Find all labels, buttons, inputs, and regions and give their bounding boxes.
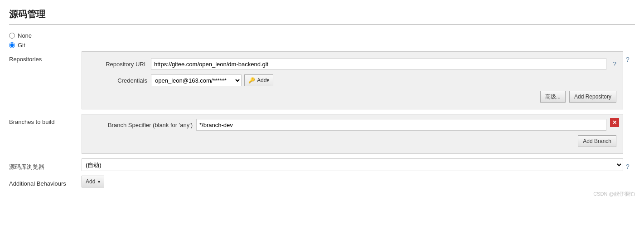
behaviours-section: Additional Behaviours Add ▾ (9, 176, 635, 187)
chevron-down-icon: ▾ (98, 179, 100, 184)
repo-url-label: Repository URL (88, 61, 147, 68)
add-behaviours-label: Add (86, 178, 95, 185)
browser-section: 源码库浏览器 (自动) ? (9, 158, 635, 171)
branches-label: Branches to build (9, 114, 82, 125)
browser-label: 源码库浏览器 (9, 158, 82, 171)
add-repository-button[interactable]: Add Repository (569, 91, 616, 103)
radio-none-input[interactable] (9, 33, 15, 39)
repositories-content: Repository URL ? Credentials open_leon@1… (82, 51, 623, 109)
scm-radio-group: None Git (9, 32, 635, 49)
branch-specifier-row: Branch Specifier (blank for 'any') ? (88, 119, 616, 131)
credentials-label: Credentials (88, 77, 147, 84)
behaviours-content: Add ▾ (82, 176, 623, 187)
repo-url-input[interactable] (151, 58, 606, 70)
branch-specifier-label: Branch Specifier (blank for 'any') (88, 122, 193, 128)
add-behaviours-button[interactable]: Add ▾ (82, 176, 104, 187)
credentials-add-label: Add▾ (257, 77, 269, 84)
repositories-help-icon[interactable]: ? (626, 56, 629, 63)
branches-section: Branches to build ✕ Branch Specifier (bl… (9, 114, 635, 154)
radio-none[interactable]: None (9, 32, 635, 39)
credentials-row: Credentials open_leon@163.com/****** 🔑 A… (88, 74, 616, 86)
branches-content: ✕ Branch Specifier (blank for 'any') ? A… (82, 114, 623, 154)
repositories-section: Repositories Repository URL ? Credential… (9, 51, 635, 109)
repositories-box: Repository URL ? Credentials open_leon@1… (82, 51, 623, 109)
browser-content: (自动) (82, 158, 623, 171)
behaviours-help-col (623, 176, 635, 180)
browser-select-row: (自动) (82, 158, 623, 171)
branch-actions: Add Branch (88, 135, 616, 147)
radio-none-label: None (18, 32, 32, 39)
branches-help-col (623, 114, 635, 118)
browser-select[interactable]: (自动) (82, 158, 623, 171)
radio-git-input[interactable] (9, 42, 15, 48)
behaviours-label: Additional Behaviours (9, 176, 82, 187)
browser-help-icon[interactable]: ? (626, 163, 629, 170)
browser-help-col: ? (623, 158, 635, 170)
delete-branch-button[interactable]: ✕ (610, 118, 619, 127)
repo-url-row: Repository URL ? (88, 58, 616, 70)
key-icon: 🔑 (248, 77, 255, 84)
repositories-help-col: ? (623, 51, 635, 63)
branch-specifier-input[interactable] (196, 119, 606, 131)
repo-actions: 高级... Add Repository (88, 91, 616, 103)
csdn-credit: CSDN @靓仔很忙i (593, 191, 635, 197)
credentials-add-button[interactable]: 🔑 Add▾ (244, 74, 273, 86)
advanced-button[interactable]: 高级... (540, 91, 566, 103)
branches-box: ✕ Branch Specifier (blank for 'any') ? A… (82, 114, 623, 154)
repo-url-help-icon[interactable]: ? (613, 60, 616, 68)
radio-git[interactable]: Git (9, 42, 635, 49)
credentials-select[interactable]: open_leon@163.com/****** (151, 74, 242, 86)
repositories-label: Repositories (9, 51, 82, 63)
page-title: 源码管理 (9, 8, 635, 25)
radio-git-label: Git (18, 42, 25, 49)
add-branch-button[interactable]: Add Branch (578, 135, 616, 147)
credentials-controls: open_leon@163.com/****** 🔑 Add▾ (151, 74, 273, 86)
